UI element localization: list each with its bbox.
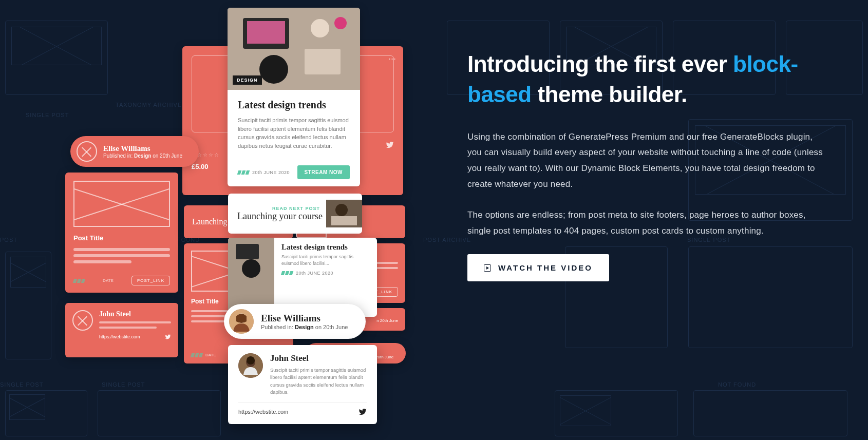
post-card-left: Post Title DATE POST_LINK: [65, 173, 178, 293]
watch-video-button[interactable]: WATCH THE VIDEO: [467, 254, 609, 281]
author-pill-elise-coral: Elise Williams Published in: Design on 2…: [70, 136, 199, 167]
feature-title: Latest design trends: [238, 99, 350, 111]
feature-image: DESIGN: [228, 8, 360, 90]
svg-rect-13: [331, 216, 357, 225]
svg-rect-8: [305, 49, 341, 74]
author-card-john-coral: John Steel https://webstite.com: [65, 303, 178, 357]
svg-point-9: [259, 55, 288, 84]
svg-rect-15: [236, 244, 259, 259]
read-next-card: READ NEXT POST Launching your course: [228, 194, 362, 234]
design-badge: DESIGN: [233, 75, 262, 85]
svg-point-10: [334, 17, 347, 29]
author-pill-elise-white: Elise Williams Published in: Design on 2…: [224, 304, 366, 339]
stream-now-button[interactable]: STREAM NOW: [297, 165, 350, 179]
page-heading: Introducing the first ever block-based t…: [467, 49, 827, 110]
twitter-icon: [358, 408, 367, 416]
collage-graphic: ··· ☆☆☆☆☆ £5.00 Elise Williams Published…: [0, 0, 462, 440]
feature-description: Suscipit taciti primis tempor sagittis e…: [238, 116, 350, 150]
svg-point-21: [247, 356, 255, 365]
feature-card: DESIGN Latest design trends Suscipit tac…: [228, 8, 360, 186]
svg-point-7: [311, 19, 329, 37]
svg-rect-6: [247, 21, 285, 44]
svg-point-16: [242, 259, 260, 278]
profile-card-john: John Steel Suscipit taciti primis tempor…: [228, 345, 377, 424]
intro-paragraph-2: The options are endless; from post meta …: [467, 207, 827, 239]
avatar: [229, 309, 254, 334]
avatar: [238, 353, 263, 378]
intro-paragraph-1: Using the combination of GeneratePress P…: [467, 129, 827, 192]
svg-point-12: [335, 204, 348, 216]
play-icon: [484, 264, 491, 272]
